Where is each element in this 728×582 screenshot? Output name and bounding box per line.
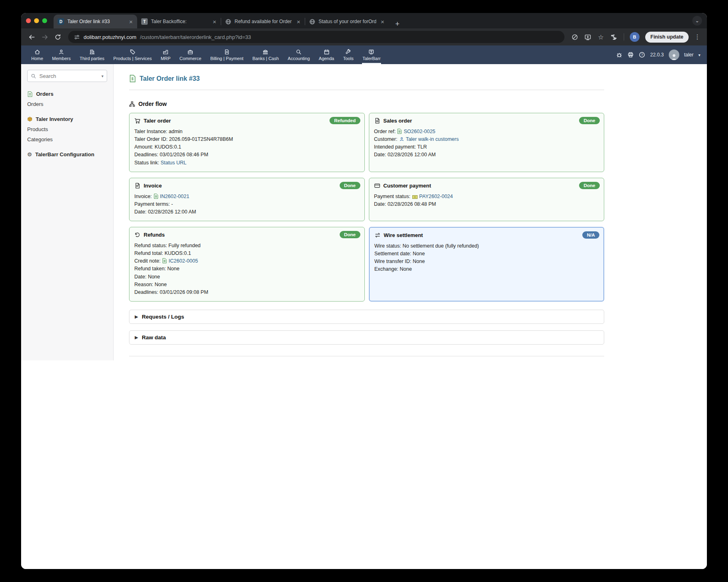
- url-path: /custom/talerbarr/talerorderlink_card.ph…: [140, 34, 251, 40]
- field-order-ref: Order ref: SO2602-0025: [374, 128, 599, 135]
- translate-off-button[interactable]: [569, 31, 581, 43]
- menu-products-services[interactable]: Products | Services: [109, 45, 156, 64]
- person-icon: [670, 53, 678, 60]
- field-label: Deadlines:: [134, 289, 158, 295]
- tab-title: Taler Backoffice:: [151, 19, 208, 24]
- menu-billing-payment[interactable]: Billing | Payment: [206, 45, 248, 64]
- field-value: 02/28/2026 08:48 PM: [388, 201, 436, 207]
- svg-text:?: ?: [641, 53, 643, 57]
- field-wire-transfer-id: Wire transfer ID: None: [375, 258, 599, 265]
- field-label: Payment status:: [374, 194, 411, 199]
- field-deadlines: Deadlines: 03/01/2026 08:46 PM: [134, 151, 360, 158]
- search-icon: [31, 73, 36, 79]
- status-url-link[interactable]: Status URL: [161, 160, 187, 166]
- translate-off-icon: [571, 34, 578, 41]
- payment-ref-link[interactable]: PAY2602-0024: [419, 194, 453, 199]
- menu-label: Commerce: [179, 56, 201, 61]
- accordion-raw-data[interactable]: ▶ Raw data: [129, 330, 604, 345]
- menu-home[interactable]: Home: [27, 45, 47, 64]
- menu-mrp[interactable]: MRP: [156, 45, 175, 64]
- close-tab-icon[interactable]: ×: [295, 19, 302, 25]
- menu-talerbarr[interactable]: TalerBarr: [358, 45, 385, 64]
- print-icon[interactable]: [627, 52, 634, 58]
- status-badge-done: Done: [340, 182, 360, 189]
- tab-taler-order-link[interactable]: D Taler Order link #33 ×: [54, 15, 137, 28]
- bookmark-button[interactable]: ☆: [595, 31, 607, 43]
- page-header: $ Taler Order link #33: [129, 75, 604, 82]
- menu-commerce[interactable]: Commerce: [175, 45, 206, 64]
- chevron-down-icon[interactable]: ▾: [698, 53, 700, 57]
- url-host: dolibarr.potuzhnyi.com: [84, 34, 136, 40]
- menu-tools[interactable]: Tools: [338, 45, 358, 64]
- payment-mini-icon: [412, 195, 418, 199]
- talerbarr-icon: [368, 49, 374, 55]
- field-value: 02/28/2026 12:00 AM: [388, 152, 436, 157]
- user-name[interactable]: taler: [684, 52, 694, 58]
- sidebar-section-taler-inventory: Taler Inventory: [27, 116, 107, 122]
- menu-label: Agenda: [319, 56, 334, 61]
- menu-banks-cash[interactable]: Banks | Cash: [248, 45, 283, 64]
- bug-icon[interactable]: [616, 52, 622, 58]
- customer-link[interactable]: Taler walk-in customers: [406, 136, 459, 142]
- card-wire-settlement: Wire settlement N/A Wire status: No sett…: [369, 227, 605, 302]
- back-button[interactable]: [26, 31, 37, 43]
- sidebar-item-products[interactable]: Products: [27, 126, 107, 132]
- close-tab-icon[interactable]: ×: [128, 19, 134, 25]
- forward-button[interactable]: [39, 31, 50, 43]
- finish-update-button[interactable]: Finish update: [645, 32, 689, 43]
- menu-accounting[interactable]: Accounting: [283, 45, 314, 64]
- sidebar-item-orders[interactable]: Orders: [27, 101, 107, 107]
- globe-favicon: [225, 19, 231, 25]
- new-tab-button[interactable]: +: [393, 20, 402, 28]
- menu-agenda[interactable]: Agenda: [314, 45, 339, 64]
- field-value: None: [155, 282, 167, 287]
- close-window-button[interactable]: [26, 18, 31, 23]
- field-label: Taler Order ID:: [134, 136, 168, 142]
- accordion-requests-logs[interactable]: ▶ Requests / Logs: [129, 310, 604, 324]
- reload-button[interactable]: [52, 31, 63, 43]
- sidebar-section-orders: Orders: [27, 91, 107, 97]
- minimize-window-button[interactable]: [34, 18, 39, 23]
- cart-icon: [134, 118, 140, 124]
- tab-search-chevron-icon[interactable]: ⌄: [692, 16, 702, 26]
- sidebar-section-talerbarr-configuration[interactable]: ⚙ TalerBarr Configuration: [27, 151, 107, 157]
- close-tab-icon[interactable]: ×: [379, 19, 386, 25]
- close-tab-icon[interactable]: ×: [211, 19, 218, 25]
- sales-order-ref-link[interactable]: SO2602-0025: [404, 129, 435, 134]
- card-sales-order: Sales order Done Order ref: SO2602-0025 …: [369, 113, 605, 172]
- field-deadlines: Deadlines: 03/01/2026 09:08 PM: [134, 289, 360, 296]
- field-wire-status: Wire status: No settlement due (fully re…: [375, 242, 599, 250]
- field-label: Amount:: [134, 144, 153, 150]
- invoice-ref-link[interactable]: IN2602-0021: [160, 194, 189, 199]
- menu-third-parties[interactable]: Third parties: [75, 45, 109, 64]
- sidebar-item-categories[interactable]: Categories: [27, 136, 107, 142]
- version-label: 22.0.3: [650, 52, 663, 58]
- field-label: Wire status:: [375, 243, 401, 249]
- tabs: D Taler Order link #33 × T Taler Backoff…: [54, 13, 402, 28]
- credit-note-link[interactable]: IC2602-0005: [169, 258, 198, 264]
- tab-order-status[interactable]: Status of your order forOrder ×: [305, 15, 389, 28]
- menu-members[interactable]: Members: [47, 45, 75, 64]
- menu-label: Home: [31, 56, 43, 61]
- help-icon[interactable]: ?: [639, 52, 645, 58]
- extensions-puzzle-icon: [610, 34, 617, 41]
- install-app-button[interactable]: [582, 31, 594, 43]
- extensions-button[interactable]: [608, 31, 620, 43]
- document-mini-icon: [154, 194, 158, 199]
- browser-menu-kebab-icon[interactable]: ⋮: [693, 33, 702, 41]
- profile-avatar[interactable]: B: [630, 32, 640, 42]
- sidebar-search[interactable]: ▾: [27, 70, 107, 82]
- field-invoice-ref: Invoice: IN2602-0021: [134, 193, 360, 200]
- user-avatar[interactable]: [669, 50, 679, 60]
- tab-refund-available[interactable]: Refund available for Order to ×: [221, 15, 305, 28]
- field-payment-terms: Payment terms: -: [134, 200, 360, 208]
- address-bar[interactable]: dolibarr.potuzhnyi.com/custom/talerbarr/…: [68, 31, 564, 43]
- search-caret-icon[interactable]: ▾: [101, 74, 103, 78]
- card-invoice: Invoice Done Invoice: IN2602-0021 Paymen…: [129, 178, 365, 221]
- commerce-icon: [187, 49, 193, 55]
- tab-taler-backoffice[interactable]: T Taler Backoffice: ×: [137, 15, 221, 28]
- search-input[interactable]: [39, 73, 99, 80]
- maximize-window-button[interactable]: [42, 18, 47, 23]
- site-settings-icon[interactable]: [74, 34, 80, 40]
- toolbar-divider: [624, 33, 624, 41]
